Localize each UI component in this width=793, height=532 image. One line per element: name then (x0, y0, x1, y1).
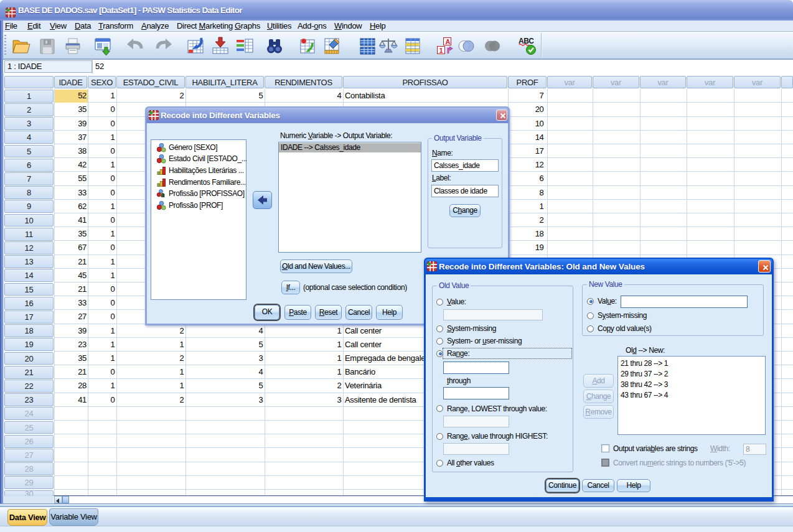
svg-text:A: A (446, 38, 451, 45)
svg-text:a: a (161, 192, 165, 199)
svg-text:1: 1 (439, 47, 443, 54)
